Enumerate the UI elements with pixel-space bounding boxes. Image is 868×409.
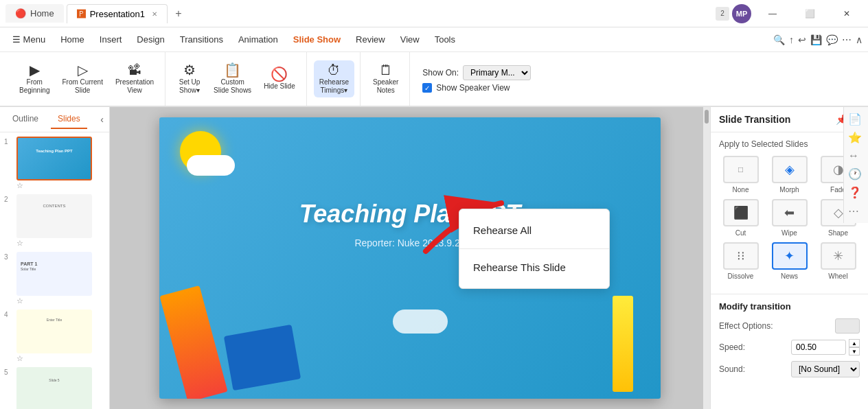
title-bar: 🔴 Home 🅿 Presentation1 ✕ + 2 MP — ⬜ ✕ — [0, 0, 868, 27]
transition-dissolve-box[interactable]: ⁝⁝ — [723, 242, 759, 270]
side-icon-4[interactable]: 🕐 — [848, 167, 864, 180]
rehearse-dropdown: Rehearse All Rehearse This Slide — [459, 209, 610, 289]
show-on-label: Show On: — [422, 68, 459, 78]
presentation-view-icon: 📽 — [128, 63, 141, 77]
side-icon-3[interactable]: ↔ — [848, 150, 864, 162]
menu-animation[interactable]: Animation — [231, 32, 285, 47]
transition-dissolve[interactable]: ⁝⁝ Dissolve — [719, 242, 762, 280]
presentation-view-label: PresentationView — [115, 78, 154, 95]
ribbon-show-options: Show On: Primary M... ✓ Show Speaker Vie… — [411, 52, 860, 106]
slide-thumb-2[interactable]: CONTENTS — [16, 194, 92, 238]
slide-thumb-4[interactable]: Enter Title — [16, 309, 92, 353]
slide-num-1: 1 — [4, 137, 14, 145]
tab-home-label: Home — [30, 8, 54, 19]
collapse-icon[interactable]: ∧ — [856, 34, 863, 45]
rehearse-this-slide-item[interactable]: Rehearse This Slide — [459, 252, 609, 283]
menu-design[interactable]: Design — [130, 32, 171, 47]
menu-transitions[interactable]: Transitions — [173, 32, 230, 47]
menu-insert[interactable]: Insert — [93, 32, 129, 47]
speed-down-btn[interactable]: ▼ — [849, 347, 860, 355]
menu-home[interactable]: Home — [54, 32, 91, 47]
tab-presentation1[interactable]: 🅿 Presentation1 ✕ — [67, 4, 168, 23]
custom-icon: 📋 — [224, 63, 241, 77]
menu-review[interactable]: Review — [349, 32, 392, 47]
transition-cut-box[interactable]: ⬛ — [723, 199, 759, 226]
close-button[interactable]: ✕ — [831, 3, 863, 24]
from-beginning-icon: ▶ — [30, 63, 40, 77]
new-tab-button[interactable]: + — [170, 5, 187, 22]
effect-options-picker[interactable] — [835, 318, 860, 334]
tab-presentation-label: Presentation1 — [90, 9, 145, 19]
morph-label: Morph — [779, 186, 799, 194]
sound-select[interactable]: [No Sound] — [791, 361, 860, 377]
effect-options-row: Effect Options: — [719, 318, 860, 334]
transition-wheel[interactable]: ✳ Wheel — [816, 242, 860, 280]
transition-wipe[interactable]: ⬅ Wipe — [768, 199, 811, 237]
transition-news-box[interactable]: ✦ — [772, 242, 808, 270]
ribbon-group-rehearse: ⏱ RehearseTimings▾ — [308, 52, 361, 106]
speed-field: ▲ ▼ — [791, 339, 860, 355]
side-icon-2[interactable]: ⭐ — [848, 131, 864, 144]
transition-wheel-box[interactable]: ✳ — [821, 242, 856, 270]
from-current-slide-button[interactable]: ▷ From CurrentSlide — [56, 60, 108, 97]
from-current-icon: ▷ — [78, 63, 88, 77]
menu-hamburger[interactable]: ☰ Menu — [5, 32, 52, 47]
more-icon[interactable]: ⋯ — [842, 34, 852, 45]
slide-item-3[interactable]: 3 PART 1Solar Title ☆ — [4, 252, 105, 305]
cut-label: Cut — [735, 229, 746, 237]
speaker-view-checkbox[interactable]: ✓ — [422, 83, 432, 93]
close-tab-icon[interactable]: ✕ — [152, 10, 157, 18]
comment-icon[interactable]: 💬 — [826, 34, 838, 45]
sidebar-tab-outline[interactable]: Outline — [5, 110, 45, 129]
sidebar-tab-slides[interactable]: Slides — [51, 110, 87, 129]
menu-tools[interactable]: Tools — [428, 32, 462, 47]
transition-none-box[interactable]: □ — [723, 156, 759, 183]
history-icon[interactable]: ↩ — [798, 34, 806, 45]
transition-none[interactable]: □ None — [719, 156, 762, 194]
tab-home[interactable]: 🔴 Home — [5, 4, 64, 23]
slide-item-5[interactable]: 5 Slide 5 ☆ — [4, 367, 105, 409]
hide-slide-button[interactable]: 🚫 Hide Slide — [258, 65, 301, 93]
minimize-button[interactable]: — — [757, 3, 788, 24]
speed-stepper[interactable]: ▲ ▼ — [849, 339, 860, 355]
transition-morph[interactable]: ◈ Morph — [768, 156, 811, 194]
slide-thumb-5[interactable]: Slide 5 — [16, 367, 92, 409]
rehearse-timings-button[interactable]: ⏱ RehearseTimings▾ — [314, 60, 354, 97]
slide-item-2[interactable]: 2 CONTENTS ☆ — [4, 194, 105, 248]
slide-thumb-3[interactable]: PART 1Solar Title — [16, 252, 92, 296]
side-icon-5[interactable]: ❓ — [848, 186, 864, 199]
menu-view[interactable]: View — [393, 32, 426, 47]
search-icon[interactable]: 🔍 — [773, 34, 785, 45]
side-icon-1[interactable]: 📄 — [848, 113, 864, 126]
speaker-notes-button[interactable]: 🗒 SpeakerNotes — [367, 60, 404, 97]
custom-slide-shows-button[interactable]: 📋 CustomSlide Shows — [208, 60, 257, 97]
slide-item-1[interactable]: 1 Teaching Plan PPT ☆ — [4, 137, 105, 190]
show-on-select[interactable]: Primary M... — [463, 65, 531, 80]
cloud-decoration-2 — [393, 309, 448, 334]
canvas-scrollbar[interactable] — [703, 107, 710, 409]
maximize-button[interactable]: ⬜ — [794, 3, 825, 24]
rehearse-all-item[interactable]: Rehearse All — [459, 215, 609, 246]
speed-input[interactable] — [791, 340, 846, 355]
show-options: Show On: Primary M... ✓ Show Speaker Vie… — [417, 62, 536, 95]
save-icon[interactable]: 💾 — [810, 34, 822, 45]
side-icon-6[interactable]: ⋯ — [848, 204, 864, 218]
set-up-show-button[interactable]: ⚙ Set UpShow▾ — [172, 60, 207, 97]
menu-slideshow[interactable]: Slide Show — [286, 32, 347, 47]
from-beginning-button[interactable]: ▶ FromBeginning — [14, 60, 55, 97]
slide-thumb-1[interactable]: Teaching Plan PPT — [16, 137, 92, 180]
speed-up-btn[interactable]: ▲ — [849, 339, 860, 347]
user-avatar[interactable]: MP — [732, 4, 751, 23]
transition-cut[interactable]: ⬛ Cut — [719, 199, 762, 237]
custom-label: CustomSlide Shows — [214, 78, 251, 95]
share-icon[interactable]: ↑ — [789, 34, 794, 45]
setup-label: Set UpShow▾ — [179, 78, 201, 95]
effect-options-label: Effect Options: — [719, 321, 773, 331]
transition-wipe-box[interactable]: ⬅ — [772, 199, 808, 226]
transition-morph-box[interactable]: ◈ — [772, 156, 808, 183]
sidebar-collapse-icon[interactable]: ‹ — [100, 114, 104, 125]
transition-news[interactable]: ✦ News — [768, 242, 811, 280]
slide-item-4[interactable]: 4 Enter Title ☆ — [4, 309, 105, 363]
dropdown-divider — [459, 248, 609, 249]
presentation-view-button[interactable]: 📽 PresentationView — [110, 60, 159, 97]
